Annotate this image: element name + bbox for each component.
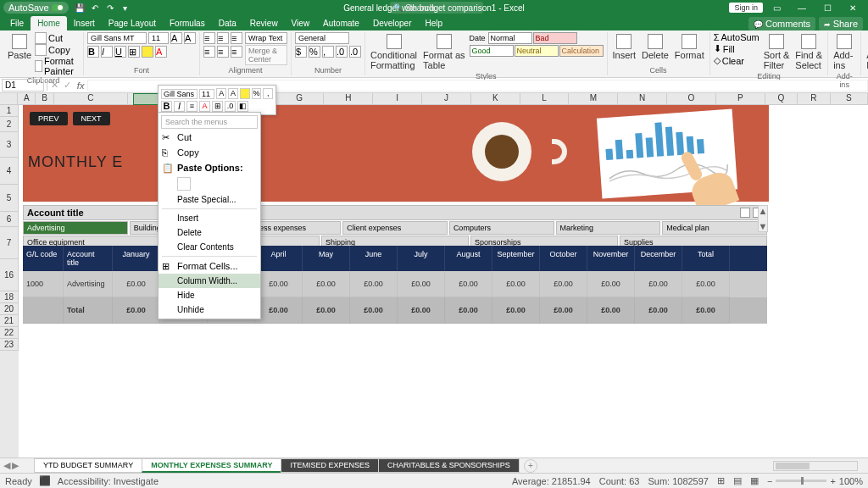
style-neutral[interactable]: Neutral <box>515 45 559 57</box>
row-header[interactable]: 1 <box>0 105 19 117</box>
sheet-tab[interactable]: CHARITABLES & SPONSORSHIPS <box>378 458 520 473</box>
view-normal-icon[interactable]: ⊞ <box>717 475 725 486</box>
increase-font-icon[interactable]: A <box>170 32 182 44</box>
table-cell[interactable]: £0.00 <box>445 297 492 324</box>
paste-option-1[interactable] <box>177 177 191 191</box>
format-as-table-button[interactable]: Format as Table <box>421 32 467 72</box>
copy-button[interactable]: Copy <box>35 44 80 56</box>
tab-insert[interactable]: Insert <box>67 16 102 30</box>
ctx-clear-contents[interactable]: Clear Contents <box>159 240 260 254</box>
horizontal-scrollbar[interactable] <box>773 461 858 471</box>
context-search-input[interactable]: Search the menus <box>161 115 258 129</box>
row-header[interactable]: 6 <box>0 212 19 227</box>
mini-italic-icon[interactable]: I <box>174 101 185 112</box>
ctx-copy[interactable]: ⎘Copy <box>159 145 260 160</box>
table-cell[interactable]: £0.00 <box>303 271 350 297</box>
table-cell[interactable]: £0.00 <box>398 297 445 324</box>
col-header[interactable]: J <box>422 93 471 104</box>
tab-page-layout[interactable]: Page Layout <box>102 16 163 30</box>
tab-view[interactable]: View <box>285 16 317 30</box>
find-select-button[interactable]: Find & Select <box>793 32 824 72</box>
prev-button[interactable]: PREV <box>30 112 68 125</box>
sheet-tab[interactable]: YTD BUDGET SUMMARY <box>34 458 142 473</box>
align-bottom-icon[interactable]: ≡ <box>231 32 242 44</box>
row-header[interactable]: 22 <box>0 327 19 339</box>
style-good[interactable]: Good <box>470 45 514 57</box>
undo-icon[interactable]: ↶ <box>89 2 101 14</box>
autosave-toggle[interactable]: AutoSave <box>3 2 69 14</box>
ctx-hide[interactable]: Hide <box>159 288 260 302</box>
slicer-item[interactable]: Medical plan <box>662 221 767 235</box>
view-layout-icon[interactable]: ▤ <box>733 475 742 486</box>
col-header[interactable]: R <box>798 93 831 104</box>
tab-developer[interactable]: Developer <box>366 16 419 30</box>
mini-comma-icon[interactable]: , <box>263 88 273 99</box>
wrap-text-button[interactable]: Wrap Text <box>245 32 287 44</box>
tab-formulas[interactable]: Formulas <box>163 16 212 30</box>
zoom-out-icon[interactable]: − <box>767 476 772 486</box>
ctx-delete[interactable]: Delete <box>159 225 260 240</box>
analyze-data-button[interactable]: Analyze Data <box>865 32 868 72</box>
sign-in-button[interactable]: Sign in <box>729 3 763 13</box>
maximize-icon[interactable]: ☐ <box>815 0 839 15</box>
tab-home[interactable]: Home <box>31 16 67 30</box>
clear-button[interactable]: ◇Clear <box>714 55 760 66</box>
share-button[interactable]: ➦ Share <box>819 17 863 30</box>
style-calculation[interactable]: Calculation <box>559 45 604 57</box>
table-cell[interactable]: Advertising <box>64 271 113 297</box>
decrease-decimal-icon[interactable]: .0 <box>349 46 361 58</box>
mini-align-icon[interactable]: ≡ <box>186 101 198 112</box>
table-cell[interactable]: £0.00 <box>492 297 540 324</box>
decrease-font-icon[interactable]: A <box>184 32 196 44</box>
table-cell[interactable]: Total <box>64 297 113 324</box>
view-pagebreak-icon[interactable]: ▦ <box>750 475 759 486</box>
table-cell[interactable] <box>23 297 64 324</box>
align-center-icon[interactable]: ≡ <box>217 46 229 58</box>
status-accessibility[interactable]: Accessibility: Investigate <box>58 476 159 486</box>
row-header[interactable]: 5 <box>0 185 19 212</box>
table-cell[interactable]: £0.00 <box>445 271 492 297</box>
table-cell[interactable]: £0.00 <box>255 297 303 324</box>
table-cell[interactable]: £0.00 <box>113 297 160 324</box>
table-cell[interactable]: £0.00 <box>255 271 303 297</box>
tab-file[interactable]: File <box>3 16 31 30</box>
row-header[interactable]: 18 <box>0 291 19 303</box>
table-cell[interactable]: £0.00 <box>492 271 540 297</box>
table-cell[interactable]: £0.00 <box>113 271 160 297</box>
ctx-paste-special[interactable]: Paste Special... <box>159 192 260 207</box>
table-cell[interactable]: £0.00 <box>398 271 445 297</box>
row-header[interactable]: 16 <box>0 259 19 291</box>
align-left-icon[interactable]: ≡ <box>203 46 215 58</box>
sheet-tab[interactable]: MONTHLY EXPENSES SUMMARY <box>142 458 281 473</box>
comma-icon[interactable]: , <box>322 46 334 58</box>
ctx-cut[interactable]: ✂Cut <box>159 130 260 145</box>
col-header[interactable]: A <box>18 93 36 104</box>
slicer-item[interactable]: Client expenses <box>342 221 448 235</box>
zoom-slider[interactable] <box>776 480 826 482</box>
table-cell[interactable]: £0.00 <box>540 271 587 297</box>
ctx-unhide[interactable]: Unhide <box>159 302 260 317</box>
col-header[interactable]: I <box>373 93 422 104</box>
slicer-item[interactable]: Advertising <box>23 221 128 235</box>
redo-icon[interactable]: ↷ <box>104 2 116 14</box>
slicer-item[interactable]: Marketing <box>556 221 661 235</box>
mini-increase-font-icon[interactable]: A <box>216 88 226 99</box>
table-cell[interactable]: £0.00 <box>540 297 587 324</box>
sheet-nav-next-icon[interactable]: ▶ <box>12 460 19 471</box>
delete-cells-button[interactable]: Delete <box>640 32 670 62</box>
col-header[interactable]: G <box>275 93 325 104</box>
col-header[interactable]: K <box>471 93 520 104</box>
save-icon[interactable]: 💾 <box>74 2 86 14</box>
autosum-button[interactable]: ΣAutoSum <box>714 32 760 42</box>
ctx-insert[interactable]: Insert <box>159 211 260 225</box>
row-header[interactable]: 4 <box>0 158 19 185</box>
zoom-in-icon[interactable]: + <box>830 476 835 486</box>
sheet-nav-prev-icon[interactable]: ◀ <box>3 460 10 471</box>
align-middle-icon[interactable]: ≡ <box>217 32 229 44</box>
close-icon[interactable]: ✕ <box>841 0 865 15</box>
table-cell[interactable]: £0.00 <box>350 271 398 297</box>
table-cell[interactable]: £0.00 <box>682 297 730 324</box>
style-bad[interactable]: Bad <box>533 32 577 44</box>
conditional-formatting-button[interactable]: Conditional Formatting <box>369 32 419 72</box>
paste-button[interactable]: Paste <box>7 32 32 62</box>
